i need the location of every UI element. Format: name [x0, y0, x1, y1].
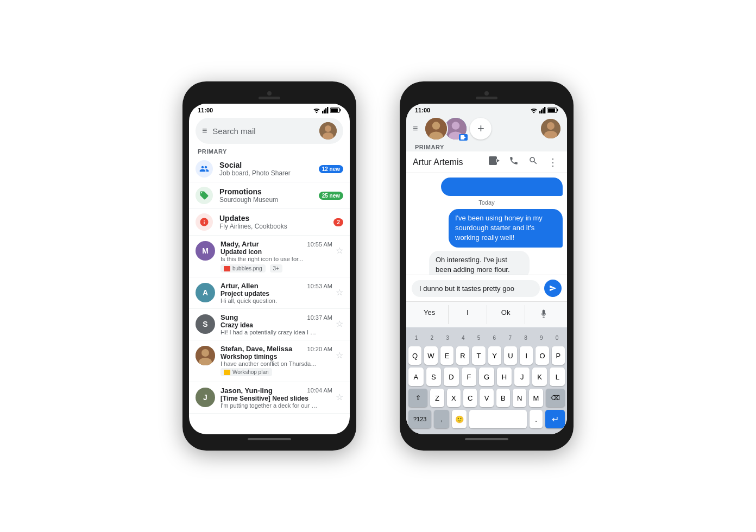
status-time: 11:00 [198, 107, 213, 113]
key-g[interactable]: G [479, 368, 494, 386]
backspace-key[interactable]: ⌫ [546, 389, 565, 407]
search-bar[interactable]: ≡ Search mail [196, 118, 343, 144]
signal-icon [322, 107, 329, 113]
bottom-row: ?123 , 🙂 . ↵ [408, 410, 565, 428]
key-i[interactable]: I [520, 346, 533, 365]
key-7[interactable]: 7 [502, 331, 518, 345]
svg-rect-3 [327, 107, 328, 113]
social-name: Social [219, 161, 312, 169]
key-f[interactable]: F [462, 368, 477, 386]
chat-user-avatar[interactable] [541, 119, 560, 138]
key-c[interactable]: C [463, 389, 477, 407]
key-a[interactable]: A [408, 368, 424, 386]
key-4[interactable]: 4 [455, 331, 471, 345]
smart-reply-yes[interactable]: Yes [411, 305, 449, 324]
comma-key[interactable]: , [434, 410, 449, 428]
email-content-sung: Sung 10:37 AM Crazy idea Hi! I had a pot… [220, 313, 343, 335]
key-q[interactable]: Q [408, 346, 421, 365]
email-item-stefan[interactable]: Stefan, Dave, Melissa 10:20 AM Workshop … [189, 340, 350, 382]
emoji-key[interactable]: 🙂 [452, 410, 467, 428]
email-time-mady: 10:55 AM [307, 241, 332, 248]
num-switch-key[interactable]: ?123 [408, 410, 431, 428]
smart-reply-ok[interactable]: Ok [487, 305, 525, 324]
category-social[interactable]: Social Job board, Photo Sharer 12 new [189, 156, 350, 182]
zxcv-row: ⇧ Z X C V B N M ⌫ [408, 389, 565, 407]
more-chip: 3+ [270, 264, 282, 273]
search-chat-icon[interactable] [526, 156, 541, 168]
key-1[interactable]: 1 [408, 331, 424, 345]
email-sender-stefan: Stefan, Dave, Melissa [220, 345, 292, 353]
email-item-mady[interactable]: M Mady, Artur 10:55 AM Updated icon Is t… [189, 236, 350, 277]
email-item-artur[interactable]: A Artur, Allen 10:53 AM Project updates … [189, 277, 350, 309]
key-0[interactable]: 0 [549, 331, 565, 345]
key-u[interactable]: U [504, 346, 517, 365]
phone-call-icon[interactable] [506, 156, 521, 168]
key-5[interactable]: 5 [471, 331, 487, 345]
star-icon-mady[interactable]: ☆ [336, 245, 343, 256]
key-t[interactable]: T [472, 346, 485, 365]
svg-rect-18 [548, 109, 555, 112]
key-m[interactable]: M [529, 389, 543, 407]
key-b[interactable]: B [496, 389, 510, 407]
key-k[interactable]: K [532, 368, 547, 386]
star-icon-sung[interactable]: ☆ [336, 319, 343, 329]
star-icon-jason[interactable]: ☆ [336, 392, 343, 402]
chat-top-bar: ≡ [406, 115, 567, 143]
email-item-jason[interactable]: J Jason, Yun-ling 10:04 AM [Time Sensiti… [189, 382, 350, 414]
promo-icon [196, 187, 213, 204]
key-3[interactable]: 3 [440, 331, 456, 345]
chat-input-field[interactable]: I dunno but it tastes pretty goo [412, 280, 540, 297]
email-item-sung[interactable]: S Sung 10:37 AM Crazy idea Hi! I had a p… [189, 309, 350, 340]
key-w[interactable]: W [424, 346, 437, 365]
key-d[interactable]: D [444, 368, 459, 386]
key-x[interactable]: X [447, 389, 461, 407]
star-icon-artur[interactable]: ☆ [336, 287, 343, 297]
chat-contact-name: Artur Artemis [413, 157, 482, 167]
chat-hamburger-icon[interactable]: ≡ [413, 124, 418, 134]
space-key[interactable] [469, 410, 527, 428]
svg-point-8 [325, 125, 331, 132]
video-call-icon[interactable] [487, 156, 502, 168]
key-h[interactable]: H [497, 368, 512, 386]
key-r[interactable]: R [456, 346, 469, 365]
video-badge [459, 134, 468, 141]
add-contact-button[interactable]: + [470, 118, 492, 140]
chat-section-label: PRIMARY [406, 143, 567, 151]
promo-sub: Sourdough Museum [219, 196, 312, 204]
key-n[interactable]: N [513, 389, 526, 407]
star-icon-stefan[interactable]: ☆ [336, 350, 343, 360]
key-l[interactable]: L [550, 368, 565, 386]
email-subject-jason: [Time Sensitive] Need slides [220, 395, 343, 402]
shift-key[interactable]: ⇧ [408, 389, 427, 407]
chat-battery-icon [547, 107, 558, 113]
key-e[interactable]: E [440, 346, 453, 365]
hamburger-icon[interactable]: ≡ [202, 126, 207, 136]
category-updates[interactable]: Updates Fly Airlines, Cookbooks 2 [189, 209, 350, 236]
send-button[interactable] [544, 280, 562, 297]
email-subject-artur: Project updates [220, 290, 343, 297]
key-9[interactable]: 9 [533, 331, 549, 345]
sent-msg-honey: I've been using honey in my sourdough st… [449, 209, 563, 248]
more-options-icon[interactable]: ⋮ [545, 156, 560, 168]
key-z[interactable]: Z [430, 389, 444, 407]
enter-key[interactable]: ↵ [545, 410, 565, 428]
key-6[interactable]: 6 [487, 331, 502, 345]
user-avatar[interactable] [319, 122, 337, 140]
key-s[interactable]: S [426, 368, 442, 386]
svg-rect-6 [340, 109, 341, 111]
info-icon [199, 217, 209, 227]
mic-button[interactable] [525, 305, 563, 324]
search-icon [528, 156, 538, 166]
chat-status-bar: 11:00 [406, 104, 567, 115]
svg-point-27 [547, 122, 555, 130]
key-p[interactable]: P [552, 346, 565, 365]
key-y[interactable]: Y [488, 346, 501, 365]
key-2[interactable]: 2 [424, 331, 440, 345]
category-promotions[interactable]: Promotions Sourdough Museum 25 new [189, 182, 350, 209]
key-o[interactable]: O [536, 346, 549, 365]
period-key[interactable]: . [530, 410, 543, 428]
key-j[interactable]: J [514, 368, 530, 386]
key-8[interactable]: 8 [518, 331, 534, 345]
key-v[interactable]: V [480, 389, 493, 407]
smart-reply-i[interactable]: I [449, 305, 487, 324]
